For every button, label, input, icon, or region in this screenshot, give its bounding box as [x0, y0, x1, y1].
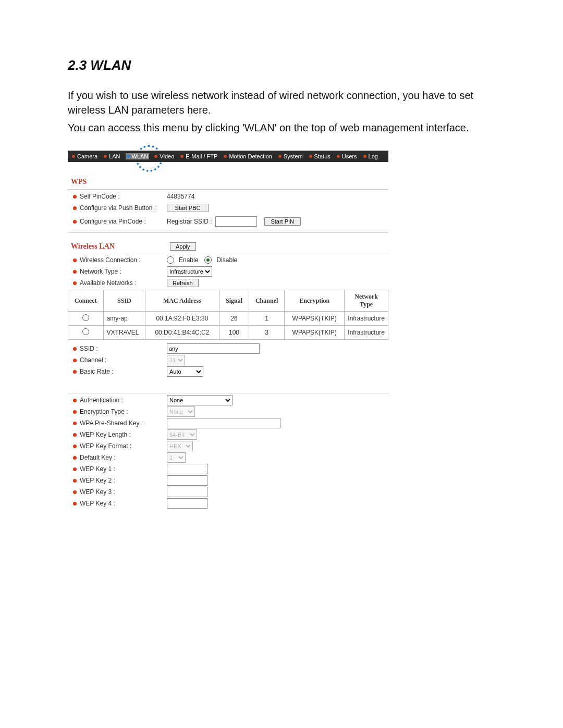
wep-key-length-select[interactable]: 64-Bit — [167, 429, 197, 440]
bullet-icon — [73, 433, 77, 437]
bullet-icon — [73, 347, 77, 351]
bullet-icon — [73, 359, 77, 362]
nav-status[interactable]: Status — [308, 153, 332, 159]
available-networks-label: Available Networks : — [80, 279, 137, 287]
wps-title: WPS — [68, 178, 388, 186]
network-type-select[interactable]: Infrastructure — [167, 266, 212, 277]
connect-radio[interactable] — [82, 314, 89, 321]
apply-button[interactable]: Apply — [170, 242, 196, 251]
cell-signal: 100 — [219, 326, 249, 340]
nav-label: Users — [342, 153, 357, 159]
col-channel: Channel — [249, 290, 285, 312]
enable-label: Enable — [179, 256, 198, 264]
nav-log[interactable]: Log — [362, 153, 379, 159]
nav-motion-detection[interactable]: Motion Detection — [223, 153, 273, 159]
bullet-icon — [72, 155, 75, 158]
nav-wlan[interactable]: WLAN — [126, 153, 150, 159]
bullet-icon — [73, 479, 77, 483]
nav-email-ftp[interactable]: E-Mail / FTP — [179, 153, 218, 159]
nav-label: Status — [314, 153, 331, 159]
nav-label: WLAN — [132, 153, 149, 159]
bullet-icon — [73, 399, 77, 402]
bullet-icon — [337, 155, 340, 158]
nav-label: LAN — [109, 153, 120, 159]
bullet-icon — [73, 490, 77, 494]
bullet-icon — [73, 410, 77, 414]
bullet-icon — [73, 456, 77, 460]
bullet-icon — [73, 206, 77, 210]
bullet-icon — [73, 220, 77, 224]
nav-label: System — [284, 153, 303, 159]
bullet-icon — [73, 422, 77, 425]
nav-video[interactable]: Video — [153, 153, 175, 159]
start-pbc-button[interactable]: Start PBC — [167, 204, 209, 212]
enable-radio[interactable] — [167, 256, 174, 264]
bullet-icon — [73, 281, 77, 285]
disable-label: Disable — [216, 256, 237, 264]
cell-network-type: Infrastructure — [345, 326, 388, 340]
bullet-icon — [73, 502, 77, 505]
cell-encryption: WPAPSK(TKIP) — [285, 312, 345, 326]
cell-ssid: amy-ap — [103, 312, 145, 326]
wep-key-1-input[interactable] — [167, 464, 207, 474]
disable-radio[interactable] — [204, 256, 212, 264]
wep-key-format-label: WEP Key Format : — [80, 442, 131, 450]
cell-network-type: Infrastructure — [345, 312, 388, 326]
col-mac: MAC Address — [145, 290, 219, 312]
bullet-icon — [73, 258, 77, 262]
bullet-icon — [278, 155, 282, 158]
nav-label: E-Mail / FTP — [186, 153, 217, 159]
wpa-psk-label: WPA Pre-Shared Key : — [80, 419, 143, 427]
wireless-lan-title: Wireless LAN — [68, 242, 170, 251]
bullet-icon — [363, 155, 366, 158]
bullet-icon — [73, 445, 77, 448]
cell-mac: 00:1A:92:F0:E3:30 — [145, 312, 219, 326]
col-connect: Connect — [68, 290, 104, 312]
start-pin-button[interactable]: Start PIN — [264, 217, 301, 226]
default-key-label: Default Key : — [80, 454, 116, 461]
col-ssid: SSID — [103, 290, 145, 312]
wpa-psk-input[interactable] — [167, 418, 280, 428]
connect-radio[interactable] — [82, 328, 89, 335]
wep-key-4-input[interactable] — [167, 498, 207, 509]
bullet-icon — [180, 155, 183, 158]
authentication-select[interactable]: None — [167, 395, 232, 405]
bullet-icon — [127, 155, 130, 158]
nav-camera[interactable]: Camera — [71, 153, 99, 159]
wep-key-format-select[interactable]: HEX — [167, 441, 193, 451]
nav-lan[interactable]: LAN — [103, 153, 121, 159]
channel-select[interactable]: 11 — [167, 355, 185, 365]
self-pincode-value: 44835774 — [167, 193, 194, 200]
default-key-select[interactable]: 1 — [167, 452, 186, 463]
ssid-input[interactable] — [167, 343, 260, 354]
cell-encryption: WPAPSK(TKIP) — [285, 326, 345, 340]
cell-mac: 00:D0:41:B4:4C:C2 — [145, 326, 219, 340]
channel-label: Channel : — [80, 356, 106, 364]
nav-label: Motion Detection — [229, 153, 272, 159]
bullet-icon — [104, 155, 107, 158]
basic-rate-select[interactable]: Auto — [167, 366, 203, 377]
intro-paragraph-2: You can access this menu by clicking 'WL… — [68, 120, 495, 135]
bullet-icon — [73, 370, 77, 374]
nav-label: Video — [160, 153, 174, 159]
wireless-connection-label: Wireless Connection : — [80, 256, 141, 264]
authentication-label: Authentication : — [80, 397, 123, 404]
ssid-label: SSID : — [80, 345, 98, 352]
wep-key-2-input[interactable] — [167, 475, 207, 486]
registrar-ssid-input[interactable] — [215, 216, 257, 227]
refresh-button[interactable]: Refresh — [167, 279, 199, 287]
nav-users[interactable]: Users — [336, 153, 358, 159]
wep-key-1-label: WEP Key 1 : — [80, 465, 115, 473]
wep-key-3-input[interactable] — [167, 487, 207, 497]
self-pincode-label: Self PinCode : — [80, 193, 120, 200]
encryption-type-label: Encryption Type : — [80, 408, 128, 415]
push-button-label: Configure via Push Button : — [80, 204, 156, 212]
bullet-icon — [224, 155, 227, 158]
col-network-type: Network Type — [345, 290, 388, 312]
cell-channel: 1 — [249, 312, 285, 326]
encryption-type-select[interactable]: None — [167, 406, 195, 417]
table-row: VXTRAVEL 00:D0:41:B4:4C:C2 100 3 WPAPSK(… — [68, 326, 388, 340]
nav-system[interactable]: System — [277, 153, 304, 159]
nav-label: Log — [369, 153, 378, 159]
registrar-ssid-label: Registrar SSID : — [167, 218, 212, 225]
